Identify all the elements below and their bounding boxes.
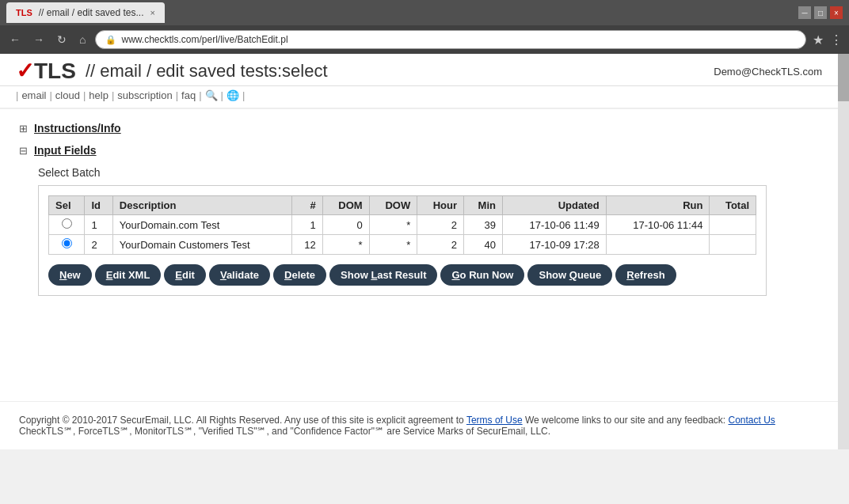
- globe-icon[interactable]: 🌐: [227, 89, 239, 101]
- row2-total: [710, 235, 756, 255]
- show-queue-button[interactable]: Show Queue: [527, 264, 612, 286]
- table-body: 1 YourDomain.com Test 1 0 * 2 39 17-10-0…: [49, 215, 756, 255]
- select-batch-label: Select Batch: [38, 166, 819, 179]
- instructions-toggle-icon[interactable]: ⊞: [19, 123, 28, 135]
- tab-favicon: TLS: [16, 8, 32, 17]
- row1-dow: *: [369, 215, 417, 235]
- logo: ✓ TLS: [16, 60, 76, 82]
- edit-button[interactable]: Edit: [164, 264, 206, 286]
- tab-close-icon[interactable]: ×: [150, 8, 155, 17]
- nav-sep-4: |: [176, 89, 178, 101]
- button-row: New Edit XML Edit Validate Delete Show L…: [48, 264, 756, 286]
- row2-radio[interactable]: [62, 238, 72, 248]
- row2-min: 40: [464, 235, 503, 255]
- nav-sep-7: |: [242, 89, 245, 101]
- row1-total: [710, 215, 756, 235]
- scroll-thumb[interactable]: [838, 54, 849, 101]
- logo-area: ✓ TLS // email / edit saved tests:select: [16, 60, 328, 82]
- nav-sep-1: |: [49, 89, 51, 101]
- site-header: ✓ TLS // email / edit saved tests:select…: [0, 54, 838, 86]
- col-updated: Updated: [503, 196, 607, 215]
- main-content: ⊞ Instructions/Info ⊟ Input Fields Selec…: [0, 109, 838, 385]
- row1-radio[interactable]: [62, 218, 72, 229]
- input-fields-section: ⊟ Input Fields Select Batch Sel Id Descr…: [19, 144, 819, 296]
- new-button[interactable]: New: [48, 264, 92, 286]
- nav-sep-0: |: [16, 89, 18, 101]
- col-sel: Sel: [49, 196, 85, 215]
- footer-welcome: We welcome links to our site and any fee…: [523, 415, 729, 426]
- forward-button[interactable]: →: [30, 32, 48, 47]
- browser-menu-icon[interactable]: ⋮: [830, 32, 843, 47]
- table-row: 2 YourDomain Customers Test 12 * * 2 40 …: [49, 235, 756, 255]
- validate-button[interactable]: Validate: [209, 264, 270, 286]
- edit-xml-button[interactable]: Edit XML: [95, 264, 162, 286]
- logo-tls-text: TLS: [34, 60, 76, 82]
- row1-hour: 2: [417, 215, 464, 235]
- back-button[interactable]: ←: [6, 32, 24, 47]
- footer-line1: Copyright © 2010-2017 SecurEmail, LLC. A…: [19, 415, 819, 426]
- table-container: Sel Id Description # DOM DOW Hour Min Up…: [38, 185, 767, 296]
- home-button[interactable]: ⌂: [76, 32, 89, 47]
- col-dom: DOM: [322, 196, 369, 215]
- search-icon[interactable]: 🔍: [205, 89, 218, 101]
- nav-faq[interactable]: faq: [181, 89, 196, 101]
- col-description: Description: [112, 196, 291, 215]
- row2-num: 12: [291, 235, 322, 255]
- instructions-title: Instructions/Info: [34, 122, 121, 135]
- nav-subscription[interactable]: subscription: [117, 89, 172, 101]
- bookmark-icon[interactable]: ★: [813, 32, 824, 47]
- input-fields-title: Input Fields: [34, 144, 97, 157]
- row1-description: YourDomain.com Test: [112, 215, 291, 235]
- col-dow: DOW: [369, 196, 417, 215]
- row1-updated: 17-10-06 11:49: [503, 215, 607, 235]
- col-id: Id: [85, 196, 112, 215]
- minimize-button[interactable]: ─: [798, 6, 811, 19]
- nav-cloud[interactable]: cloud: [55, 89, 80, 101]
- col-min: Min: [464, 196, 503, 215]
- refresh-button[interactable]: Refresh: [615, 264, 676, 286]
- browser-tab[interactable]: TLS // email / edit saved tes... ×: [6, 2, 165, 23]
- row1-num: 1: [291, 215, 322, 235]
- close-button[interactable]: ×: [830, 6, 843, 19]
- input-fields-toggle-icon[interactable]: ⊟: [19, 145, 28, 157]
- row2-id: 2: [85, 235, 112, 255]
- address-bar: ← → ↻ ⌂ 🔒 www.checktls.com/perl/live/Bat…: [0, 25, 849, 54]
- col-total: Total: [710, 196, 756, 215]
- nav-email[interactable]: email: [21, 89, 46, 101]
- batch-table: Sel Id Description # DOM DOW Hour Min Up…: [48, 195, 756, 255]
- maximize-button[interactable]: □: [814, 6, 827, 19]
- row1-dom: 0: [322, 215, 369, 235]
- instructions-section-header[interactable]: ⊞ Instructions/Info: [19, 122, 819, 135]
- col-hour: Hour: [417, 196, 464, 215]
- nav-sep-2: |: [83, 89, 86, 101]
- scrollbar[interactable]: [838, 54, 849, 449]
- col-run: Run: [606, 196, 710, 215]
- refresh-nav-button[interactable]: ↻: [54, 32, 70, 47]
- row2-dom: *: [322, 235, 369, 255]
- table-header: Sel Id Description # DOM DOW Hour Min Up…: [49, 196, 756, 215]
- row2-description: YourDomain Customers Test: [112, 235, 291, 255]
- row2-run: [606, 235, 710, 255]
- input-fields-section-header[interactable]: ⊟ Input Fields: [19, 144, 819, 157]
- go-run-now-button[interactable]: Go Run Now: [440, 264, 524, 286]
- footer-trademarks: CheckTLS℠, ForceTLS℠, MonitorTLS℠, "Veri…: [19, 426, 819, 437]
- table-row: 1 YourDomain.com Test 1 0 * 2 39 17-10-0…: [49, 215, 756, 235]
- nav-sep-3: |: [112, 89, 114, 101]
- footer-contact-link[interactable]: Contact Us: [729, 415, 775, 426]
- row1-sel: [49, 215, 85, 235]
- row2-dow: *: [369, 235, 417, 255]
- site-nav: | email | cloud | help | subscription | …: [0, 86, 838, 109]
- page-wrapper: ✓ TLS // email / edit saved tests:select…: [0, 54, 838, 449]
- row1-id: 1: [85, 215, 112, 235]
- site-title: // email / edit saved tests:select: [86, 61, 328, 81]
- show-last-result-button[interactable]: Show Last Result: [329, 264, 437, 286]
- page-main: ✓ TLS // email / edit saved tests:select…: [0, 54, 838, 449]
- logo-check: ✓: [16, 60, 34, 82]
- row2-sel: [49, 235, 85, 255]
- address-input[interactable]: 🔒 www.checktls.com/perl/live/BatchEdit.p…: [95, 30, 806, 49]
- footer-terms-link[interactable]: Terms of Use: [466, 415, 523, 426]
- page-outer: ✓ TLS // email / edit saved tests:select…: [0, 54, 849, 449]
- nav-help[interactable]: help: [89, 89, 109, 101]
- delete-button[interactable]: Delete: [273, 264, 326, 286]
- footer-copyright: Copyright © 2010-2017 SecurEmail, LLC. A…: [19, 415, 466, 426]
